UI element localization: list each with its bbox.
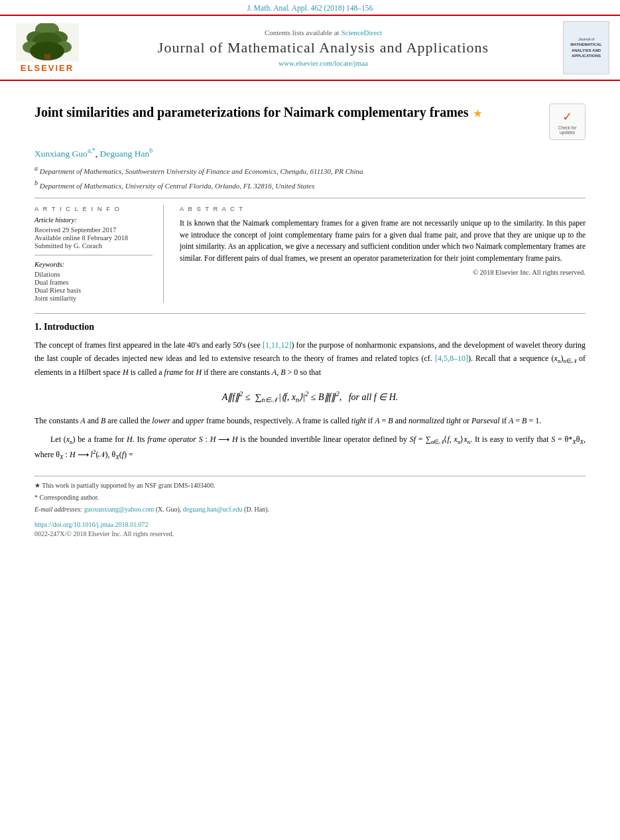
- elsevier-logo: ELSEVIER: [11, 23, 84, 73]
- doi-link[interactable]: https://doi.org/10.1016/j.jmaa.2018.01.0…: [34, 521, 148, 528]
- abstract-text: It is known that the Naimark complementa…: [180, 218, 586, 265]
- footnote-asterisk: * Corresponding author.: [34, 492, 586, 502]
- star-footnote-icon: ★: [473, 109, 482, 119]
- authors-line: Xunxiang Guoa,*, Deguang Hanb: [34, 147, 586, 159]
- author-guo: Xunxiang Guo: [34, 149, 88, 159]
- received-date: Received 29 September 2017: [34, 226, 153, 234]
- ref-link-1[interactable]: [1,11,12]: [263, 340, 292, 350]
- keyword-2: Dual frames: [34, 279, 153, 286]
- ref-link-2[interactable]: [4,5,8–10]: [435, 354, 468, 363]
- affiliations: a Department of Mathematics, Southwester…: [34, 163, 586, 191]
- intro-title: 1. Introduction: [34, 322, 586, 332]
- intro-paragraph-1: The concept of frames first appeared in …: [34, 339, 586, 380]
- article-info-title: A R T I C L E I N F O: [34, 205, 153, 212]
- keyword-3: Dual Riesz basis: [34, 287, 153, 294]
- footnotes-section: ★ This work is partially supported by an…: [34, 476, 586, 514]
- available-date: Available online 8 February 2018: [34, 234, 153, 242]
- affiliation-a: a Department of Mathematics, Southwester…: [34, 163, 586, 176]
- bottom-copyright: 0022-247X/© 2018 Elsevier Inc. All right…: [34, 530, 586, 537]
- author-han-sup: b: [149, 147, 153, 154]
- header-divider: [34, 198, 586, 198]
- submitted-by: Submitted by G. Corach: [34, 242, 153, 249]
- journal-cover-image: Journal of MATHEMATICAL ANALYSIS AND APP…: [563, 21, 609, 74]
- main-formula: A‖f‖2 ≤ ∑n∈𝒩 |⟨f, xn⟩|2 ≤ B‖f‖2, for all…: [34, 390, 586, 404]
- history-label: Article history:: [34, 216, 153, 224]
- keywords-label: Keywords:: [34, 261, 153, 268]
- elsevier-tree-icon: [16, 23, 79, 62]
- elsevier-brand-text: ELSEVIER: [21, 63, 74, 73]
- email-han[interactable]: deguang.han@ucf.edu: [183, 506, 243, 513]
- journal-name: Journal of Mathematical Analysis and App…: [94, 39, 552, 56]
- keyword-1: Dilations: [34, 271, 153, 278]
- footnote-email: E-mail addresses: guoxunxiang@yahoo.com …: [34, 504, 586, 514]
- info-inner-divider: [34, 255, 153, 255]
- abstract-section: A B S T R A C T It is known that the Nai…: [180, 205, 586, 303]
- journal-citation: J. Math. Anal. Appl. 462 (2018) 148–156: [0, 0, 620, 15]
- abstract-title: A B S T R A C T: [180, 205, 586, 212]
- contents-line: Contents lists available at ScienceDirec…: [94, 29, 552, 36]
- author-han: Deguang Han: [100, 149, 150, 159]
- svg-rect-8: [44, 54, 50, 60]
- keywords-section: Keywords: Dilations Dual frames Dual Rie…: [34, 261, 153, 302]
- journal-header: ELSEVIER Contents lists available at Sci…: [0, 15, 620, 81]
- author-guo-sup: a,*: [88, 147, 95, 154]
- keyword-4: Joint similarity: [34, 295, 153, 302]
- intro-paragraph-2: The constants A and B are called the low…: [34, 415, 586, 428]
- citation-text: J. Math. Anal. Appl. 462 (2018) 148–156: [247, 4, 373, 12]
- journal-center: Contents lists available at ScienceDirec…: [94, 29, 552, 67]
- paper-title: Joint similarities and parameterizations…: [34, 104, 538, 121]
- article-info: A R T I C L E I N F O Article history: R…: [34, 205, 164, 303]
- main-content: Joint similarities and parameterizations…: [0, 81, 620, 551]
- info-abstract-row: A R T I C L E I N F O Article history: R…: [34, 205, 586, 303]
- bottom-doi: https://doi.org/10.1016/j.jmaa.2018.01.0…: [34, 520, 586, 530]
- check-updates-badge: ✓ Check for updates: [549, 104, 586, 140]
- journal-url: www.elsevier.com/locate/jmaa: [94, 59, 552, 67]
- section-divider: [34, 313, 586, 314]
- abstract-copyright: © 2018 Elsevier Inc. All rights reserved…: [180, 269, 586, 276]
- email-guo[interactable]: guoxunxiang@yahoo.com: [84, 506, 155, 513]
- footnote-star: ★ This work is partially supported by an…: [34, 480, 586, 490]
- paper-title-section: Joint similarities and parameterizations…: [34, 104, 586, 140]
- intro-paragraph-3: Let (xn) be a frame for H. Its frame ope…: [34, 433, 586, 462]
- affiliation-b: b Department of Mathematics, University …: [34, 178, 586, 191]
